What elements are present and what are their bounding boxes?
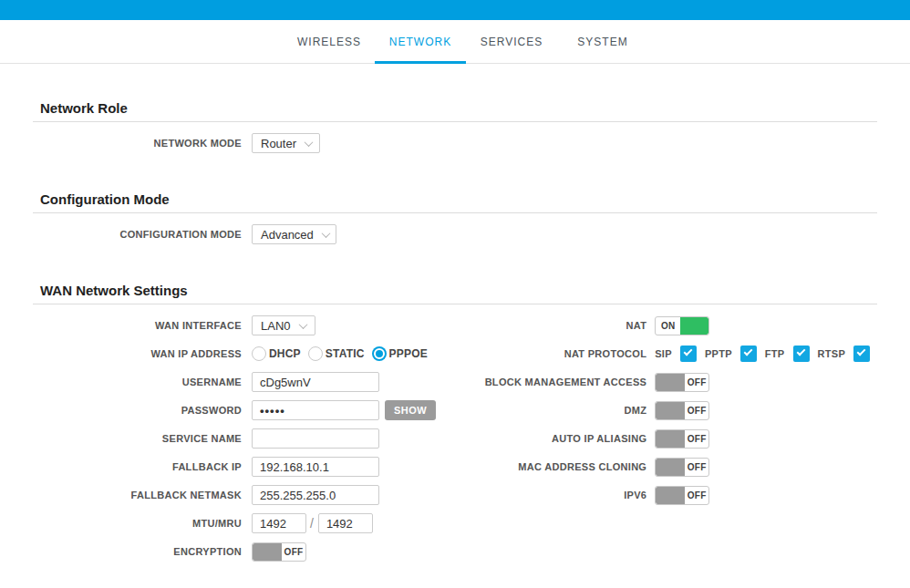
- toggle-knob: [656, 459, 685, 476]
- check-icon: [683, 347, 692, 356]
- radio-selected-icon: [372, 346, 387, 361]
- checkbox-ftp-label: FTP: [765, 348, 785, 359]
- section-title-network-role: Network Role: [33, 101, 877, 116]
- checkbox-checked-icon: [853, 346, 870, 362]
- network-mode-value: Router: [261, 137, 296, 150]
- tab-network[interactable]: NETWORK: [375, 20, 466, 63]
- check-icon: [857, 347, 866, 356]
- section-divider: [33, 212, 877, 213]
- mru-input[interactable]: [318, 513, 373, 533]
- checkbox-checked-icon: [740, 346, 757, 362]
- nat-label: NAT: [436, 320, 646, 331]
- section-divider: [33, 121, 877, 122]
- chevron-down-icon: [321, 229, 330, 238]
- service-name-input[interactable]: [252, 428, 379, 449]
- configuration-mode-value: Advanced: [261, 228, 314, 242]
- configuration-mode-select[interactable]: Advanced: [252, 224, 336, 244]
- username-label: USERNAME: [33, 377, 242, 387]
- wan-interface-value: LAN0: [261, 319, 291, 333]
- show-password-button[interactable]: SHOW: [385, 400, 436, 420]
- toggle-knob: [656, 374, 685, 391]
- dmz-toggle[interactable]: OFF: [655, 401, 709, 420]
- password-row: PASSWORD SHOW: [33, 400, 436, 420]
- fallback-ip-label: FALLBACK IP: [33, 461, 242, 472]
- checkbox-rtsp-label: RTSP: [818, 348, 846, 359]
- username-row: USERNAME: [33, 372, 436, 392]
- nat-protocol-row: NAT PROTOCOL SIP PPTP FTP R: [436, 344, 878, 364]
- checkbox-pptp[interactable]: PPTP: [705, 346, 757, 362]
- wan-settings-left-column: WAN INTERFACE LAN0 WAN IP ADDRESS DHCP S…: [33, 315, 436, 570]
- network-mode-row: NETWORK MODE Router: [33, 133, 877, 153]
- toggle-knob: [680, 317, 708, 335]
- checkbox-sip-label: SIP: [655, 348, 672, 359]
- ipv6-toggle-state: OFF: [685, 487, 708, 504]
- toggle-knob: [253, 543, 282, 561]
- toggle-knob: [656, 430, 685, 448]
- section-title-configuration-mode: Configuration Mode: [33, 192, 877, 207]
- wan-ip-address-row: WAN IP ADDRESS DHCP STATIC PPPOE: [33, 344, 436, 364]
- nat-toggle[interactable]: ON: [655, 316, 709, 335]
- auto-ip-aliasing-toggle[interactable]: OFF: [655, 429, 709, 449]
- fallback-ip-input[interactable]: [252, 457, 379, 477]
- checkbox-checked-icon: [793, 346, 810, 362]
- block-management-access-row: BLOCK MANAGEMENT ACCESS OFF: [436, 372, 878, 392]
- section-divider: [33, 304, 877, 304]
- username-input[interactable]: [252, 372, 379, 392]
- chevron-down-icon: [299, 320, 308, 329]
- wan-settings-columns: WAN INTERFACE LAN0 WAN IP ADDRESS DHCP S…: [33, 315, 877, 570]
- page-content: Network Role NETWORK MODE Router Configu…: [0, 101, 910, 570]
- radio-dhcp[interactable]: DHCP: [252, 346, 301, 361]
- nat-toggle-state: ON: [656, 317, 680, 335]
- wan-interface-label: WAN INTERFACE: [33, 320, 242, 331]
- password-label: PASSWORD: [33, 405, 242, 416]
- password-input[interactable]: [252, 400, 379, 420]
- tab-wireless[interactable]: WIRELESS: [284, 20, 375, 63]
- radio-icon: [308, 346, 323, 361]
- fallback-netmask-label: FALLBACK NETMASK: [33, 490, 242, 500]
- fallback-netmask-input[interactable]: [252, 485, 379, 505]
- encryption-row: ENCRYPTION OFF: [33, 542, 436, 562]
- auto-ip-aliasing-toggle-state: OFF: [685, 430, 708, 448]
- fallback-netmask-row: FALLBACK NETMASK: [33, 485, 436, 505]
- mac-address-cloning-row: MAC ADDRESS CLONING OFF: [436, 457, 878, 477]
- dmz-row: DMZ OFF: [436, 400, 878, 420]
- checkbox-ftp[interactable]: FTP: [765, 346, 810, 362]
- ipv6-toggle[interactable]: OFF: [655, 486, 709, 505]
- mtu-mru-separator: /: [310, 516, 314, 531]
- ipv6-row: IPV6 OFF: [436, 485, 878, 505]
- encryption-label: ENCRYPTION: [33, 546, 242, 557]
- tab-services[interactable]: SERVICES: [466, 20, 557, 63]
- radio-static[interactable]: STATIC: [308, 346, 365, 361]
- nat-protocol-label: NAT PROTOCOL: [436, 348, 646, 359]
- auto-ip-aliasing-label: AUTO IP ALIASING: [436, 433, 646, 444]
- chevron-down-icon: [305, 138, 314, 147]
- network-mode-select[interactable]: Router: [252, 133, 320, 153]
- block-management-access-toggle[interactable]: OFF: [655, 373, 709, 392]
- checkbox-rtsp[interactable]: RTSP: [818, 346, 871, 362]
- radio-pppoe[interactable]: PPPOE: [372, 346, 428, 361]
- radio-pppoe-label: PPPOE: [389, 347, 428, 360]
- wan-interface-select[interactable]: LAN0: [252, 315, 315, 335]
- check-icon: [796, 347, 805, 356]
- encryption-toggle-state: OFF: [282, 543, 305, 561]
- tab-system[interactable]: SYSTEM: [557, 20, 648, 63]
- mtu-input[interactable]: [252, 513, 306, 533]
- configuration-mode-row: CONFIGURATION MODE Advanced: [33, 224, 877, 244]
- service-name-label: SERVICE NAME: [33, 433, 242, 444]
- checkbox-checked-icon: [680, 346, 697, 362]
- checkbox-sip[interactable]: SIP: [655, 346, 697, 362]
- dmz-label: DMZ: [436, 405, 646, 416]
- wan-settings-right-column: NAT ON NAT PROTOCOL SIP PPTP: [436, 315, 878, 513]
- radio-dhcp-label: DHCP: [269, 347, 301, 360]
- dmz-toggle-state: OFF: [685, 402, 708, 419]
- encryption-toggle[interactable]: OFF: [252, 542, 306, 562]
- mac-address-cloning-toggle[interactable]: OFF: [655, 458, 709, 477]
- network-mode-label: NETWORK MODE: [33, 138, 242, 149]
- toggle-knob: [656, 487, 685, 504]
- block-management-access-label: BLOCK MANAGEMENT ACCESS: [436, 377, 646, 387]
- block-management-access-toggle-state: OFF: [685, 374, 708, 391]
- section-title-wan-network-settings: WAN Network Settings: [33, 284, 877, 298]
- service-name-row: SERVICE NAME: [33, 428, 436, 449]
- nat-protocol-check-group: SIP PPTP FTP RTSP: [655, 346, 878, 362]
- checkbox-pptp-label: PPTP: [705, 348, 732, 359]
